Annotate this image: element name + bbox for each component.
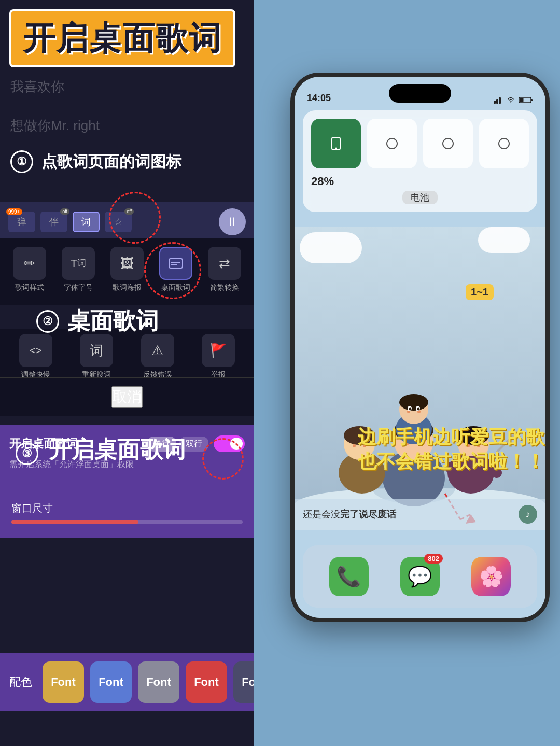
cloud-2 <box>478 227 530 253</box>
dock-messages[interactable]: 💬 802 <box>400 557 440 596</box>
control-center: 28% 电池 <box>303 110 537 212</box>
dock-photos[interactable]: 🌸 <box>471 557 511 596</box>
svg-rect-7 <box>531 99 533 101</box>
cc-phone-btn[interactable] <box>311 119 361 168</box>
phone-container: 14:05 <box>290 73 550 622</box>
lyrics-line-1: 我喜欢你 <box>10 78 100 96</box>
bounce-icon: 弹 999+ <box>8 212 35 232</box>
font-chip-3[interactable]: Font <box>138 661 179 703</box>
right-annotation: 边刷手机边听爱豆的歌 也不会错过歌词啦！！ <box>358 425 544 474</box>
phone-screen: 14:05 <box>295 77 545 618</box>
step3-text: 开启桌面歌词 <box>49 437 186 462</box>
step2-number: ② <box>36 310 59 333</box>
battery-icon <box>519 96 533 104</box>
svg-point-40 <box>409 408 412 411</box>
cc-btn-4[interactable] <box>479 119 529 168</box>
wifi-icon <box>506 96 515 104</box>
cancel-row: 取消 <box>0 377 254 416</box>
battery-row: 28% <box>311 175 529 188</box>
toolbar-btn-bounce[interactable]: 弹 999+ <box>8 212 35 232</box>
cancel-button[interactable]: 取消 <box>111 386 143 408</box>
font-chip-2[interactable]: Font <box>90 661 132 703</box>
poster-icon: 🖼 <box>110 247 144 280</box>
dock-photos-icon: 🌸 <box>479 565 503 588</box>
font-chip-4[interactable]: Font <box>186 661 227 703</box>
dock-messages-icon: 💬 <box>408 565 432 588</box>
phone-body: 14:05 <box>290 73 550 622</box>
step3-number: ③ <box>16 442 38 465</box>
svg-point-12 <box>443 138 453 149</box>
step1-text: 点歌词页面的词图标 <box>41 151 181 173</box>
toolbar-btn-accompany[interactable]: 伴 off <box>40 212 67 232</box>
grid-item-convert[interactable]: ⇄ 简繁转换 <box>202 247 247 292</box>
cc-btn-2[interactable] <box>367 119 417 168</box>
grid-item-speed[interactable]: <> 调整快慢 <box>13 334 59 379</box>
dashed-circle-desktop-icon <box>144 242 201 299</box>
font-chip-1[interactable]: Font <box>43 661 84 703</box>
left-panel: 我喜欢你 想做你Mr. right 弹 999+ 伴 off 词 ☆ off <box>0 0 254 746</box>
grid-item-report[interactable]: 🚩 举报 <box>195 334 241 379</box>
signal-icon <box>494 96 503 104</box>
convert-icon: ⇄ <box>208 247 241 280</box>
font-label: 字体字号 <box>64 283 93 292</box>
grid-item-lyrics-style[interactable]: ✏ 歌词样式 <box>7 247 52 292</box>
battery-label: 电池 <box>402 191 438 204</box>
battery-percent: 28% <box>311 175 334 188</box>
window-size-row: 窗口尺寸 <box>9 501 245 524</box>
accompany-icon: 伴 off <box>40 212 67 232</box>
phone-cc-icon <box>327 134 345 153</box>
svg-rect-4 <box>496 99 498 104</box>
grid-item-poster[interactable]: 🖼 歌词海报 <box>104 247 150 292</box>
status-icons <box>494 96 533 104</box>
feedback-icon: ⚠ <box>141 334 174 367</box>
dock-phone[interactable]: 📞 <box>329 557 369 596</box>
svg-point-27 <box>353 444 356 447</box>
step1-label: ① 点歌词页面的词图标 <box>10 150 181 173</box>
lyrics-music-icon: ♪ <box>519 505 537 524</box>
step3-annotation: ③ 开启桌面歌词 <box>16 434 186 465</box>
lyrics-style-label: 歌词样式 <box>15 283 44 292</box>
battery-label-row: 电池 <box>311 191 529 204</box>
grid-item-feedback[interactable]: ⚠ 反馈错误 <box>135 334 180 379</box>
svg-point-13 <box>499 138 509 149</box>
grid-item-font[interactable]: T词 字体字号 <box>55 247 101 292</box>
lyrics-style-icon: ✏ <box>13 247 46 280</box>
svg-point-36 <box>399 394 428 411</box>
phone-dock: 📞 💬 802 🌸 <box>303 545 537 608</box>
poster-label: 歌词海报 <box>113 283 142 292</box>
cc-btn-3[interactable] <box>423 119 473 168</box>
annotation-line-1: 边刷手机边听爱豆的歌 <box>358 425 544 449</box>
svg-rect-5 <box>499 97 501 104</box>
pause-icon: ⏸ <box>226 215 239 229</box>
toolbar-btn-lyrics[interactable]: 词 <box>73 212 100 232</box>
grid-row-1: ✏ 歌词样式 T词 字体字号 🖼 歌词海报 桌面歌词 <box>5 247 249 292</box>
svg-point-42 <box>417 408 420 411</box>
slider-track[interactable] <box>11 520 243 524</box>
lyrics-background: 我喜欢你 想做你Mr. right <box>10 78 100 156</box>
cloud-1 <box>300 232 362 263</box>
convert-label: 简繁转换 <box>210 283 239 292</box>
step2-text: 桌面歌词 <box>67 306 159 336</box>
font-chip-5[interactable]: Font <box>233 661 254 703</box>
grid-item-search[interactable]: 词 重新搜词 <box>74 334 119 379</box>
annotation-line-2: 也不会错过歌词啦！！ <box>358 449 544 474</box>
palette-label: 配色 <box>9 674 32 690</box>
svg-rect-8 <box>520 98 524 102</box>
page-title: 开启桌面歌词 <box>23 17 222 60</box>
cc-icon-3 <box>439 134 457 153</box>
lyrics-line-2: 想做你Mr. right <box>10 117 100 135</box>
battle-tag: 1~1 <box>466 284 494 300</box>
status-time: 14:05 <box>307 93 331 104</box>
slider-fill <box>11 520 138 524</box>
grid-row-2: <> 调整快慢 词 重新搜词 ⚠ 反馈错误 🚩 举报 <box>5 334 249 379</box>
wallpaper-area: 1~1 <box>295 227 545 530</box>
speed-icon: <> <box>19 334 52 367</box>
pause-button[interactable]: ⏸ <box>219 208 246 235</box>
lyrics-text: 还是会没完了说尽废话 <box>303 508 514 520</box>
cc-grid <box>311 119 529 168</box>
phone-lyrics-overlay: 还是会没完了说尽废话 ♪ <box>295 499 545 530</box>
dock-phone-icon: 📞 <box>337 565 361 588</box>
dynamic-island <box>389 84 451 103</box>
svg-rect-3 <box>494 101 496 104</box>
search-lyrics-icon: 词 <box>80 334 113 367</box>
